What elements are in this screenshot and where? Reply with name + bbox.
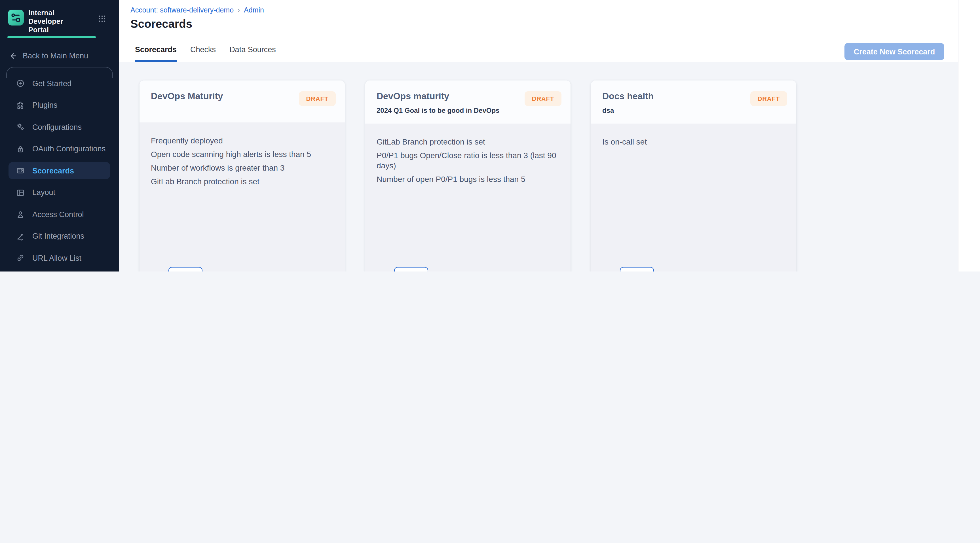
edit-button[interactable]: Edit [169, 267, 202, 272]
brand-divider [7, 36, 96, 38]
card-header: DevOps MaturityDRAFT [140, 81, 345, 122]
scorecard-card: DevOps maturityDRAFT2024 Q1 Goal is to b… [365, 81, 571, 272]
plugins-icon [16, 101, 25, 110]
scorecards-icon [16, 166, 25, 175]
check-item: GitLab Branch protection is set [377, 137, 559, 147]
edit-button[interactable]: Edit [394, 267, 428, 272]
back-label: Back to Main Menu [23, 52, 88, 60]
check-item: Number of open P0/P1 bugs is less than 5 [377, 174, 559, 184]
app-title: Internal DeveloperPortal [29, 9, 91, 35]
sidebar-item-label: URL Allow List [32, 254, 81, 262]
tab-bar: Scorecards Checks Data Sources Create Ne… [119, 37, 980, 62]
check-item: Frequently deployed [151, 135, 334, 146]
sidebar-item-label: Git Integrations [32, 232, 84, 240]
trash-icon[interactable] [151, 270, 160, 272]
title-band: Account: software-delivery-demo › Admin … [119, 0, 980, 38]
sidebar-item-url-allow-list[interactable]: URL Allow List [8, 249, 110, 267]
sidebar-item-scorecards[interactable]: Scorecards [8, 162, 110, 179]
sidebar-item-label: Configurations [32, 123, 82, 131]
breadcrumb: Account: software-delivery-demo › Admin [130, 6, 264, 14]
edit-button[interactable]: Edit [620, 267, 654, 272]
check-item: Open code scanning high alerts is less t… [151, 149, 334, 159]
arrow-left-icon [8, 51, 18, 60]
breadcrumb-account-link[interactable]: Account: software-delivery-demo [130, 6, 234, 14]
breadcrumb-admin-link[interactable]: Admin [244, 6, 264, 14]
oauth-configurations-icon [16, 144, 25, 153]
sidebar-item-configurations[interactable]: Configurations [8, 119, 110, 135]
sidebar-item-label: Get Started [32, 79, 72, 87]
tab-checks[interactable]: Checks [190, 37, 216, 62]
git-integrations-icon [16, 232, 25, 241]
sidebar-item-oauth-configurations[interactable]: OAuth Configurations [8, 140, 110, 157]
get-started-icon [16, 79, 25, 88]
trash-icon[interactable] [602, 270, 611, 272]
breadcrumb-separator: › [238, 6, 240, 14]
app-logo-icon [8, 10, 24, 25]
main-area: Account: software-delivery-demo › Admin … [119, 0, 980, 272]
configurations-icon [16, 122, 25, 132]
sidebar-item-label: Layout [32, 188, 55, 197]
tab-data-sources[interactable]: Data Sources [229, 37, 276, 62]
status-badge: DRAFT [299, 91, 336, 106]
scorecard-grid: DevOps MaturityDRAFTFrequently deployedO… [140, 81, 796, 272]
scorecard-description: dsa [602, 106, 785, 115]
sidebar-item-label: Access Control [32, 210, 84, 219]
card-header: Docs healthDRAFTdsa [591, 81, 796, 124]
sidebar-item-label: Plugins [32, 101, 57, 110]
card-footer: Edit [377, 267, 559, 272]
check-item: Number of workflows is greater than 3 [151, 163, 334, 173]
status-badge: DRAFT [524, 91, 562, 106]
sidebar-item-label: OAuth Configurations [32, 144, 105, 153]
check-item: P0/P1 bugs Open/Close ratio is less than… [377, 150, 559, 171]
tab-scorecards[interactable]: Scorecards [135, 37, 177, 62]
internal-developer-portal-app: Internal DeveloperPortal Back to Main Me… [0, 0, 980, 272]
trash-icon[interactable] [377, 270, 386, 272]
card-body: GitLab Branch protection is setP0/P1 bug… [365, 124, 571, 272]
sidebar-item-label: Scorecards [32, 166, 74, 175]
sidebar-item-git-integrations[interactable]: Git Integrations [8, 227, 110, 245]
check-item: Is on-call set [602, 137, 785, 147]
create-new-scorecard-button[interactable]: Create New Scorecard [845, 43, 944, 60]
sidebar-nav: Get StartedPluginsConfigurationsOAuth Co… [0, 75, 119, 271]
content-area: DevOps MaturityDRAFTFrequently deployedO… [119, 62, 958, 272]
access-control-icon [16, 210, 25, 219]
scorecard-description: 2024 Q1 Goal is to be good in DevOps [377, 106, 559, 115]
sidebar-item-access-control[interactable]: Access Control [8, 206, 110, 223]
check-item: GitLab Branch protection is set [151, 176, 334, 186]
page-title: Scorecards [130, 17, 192, 30]
sidebar-item-get-started[interactable]: Get Started [8, 75, 110, 92]
card-body: Frequently deployedOpen code scanning hi… [140, 122, 345, 272]
scorecard-card: DevOps MaturityDRAFTFrequently deployedO… [140, 81, 345, 272]
back-to-main-menu[interactable]: Back to Main Menu [8, 51, 88, 60]
card-header: DevOps maturityDRAFT2024 Q1 Goal is to b… [365, 81, 571, 124]
card-footer: Edit [602, 267, 785, 272]
layout-icon [16, 188, 25, 197]
sidebar-item-layout[interactable]: Layout [8, 184, 110, 201]
url-allow-list-icon [16, 253, 25, 262]
status-badge: DRAFT [750, 91, 787, 106]
sidebar-item-plugins[interactable]: Plugins [8, 97, 110, 114]
card-body: Is on-call setEdit [591, 124, 796, 272]
scorecard-card: Docs healthDRAFTdsaIs on-call setEdit [591, 81, 796, 272]
app-switcher-icon[interactable] [97, 14, 107, 23]
sidebar: Internal DeveloperPortal Back to Main Me… [0, 0, 119, 272]
card-footer: Edit [151, 267, 334, 272]
right-edge-strip [958, 0, 980, 272]
